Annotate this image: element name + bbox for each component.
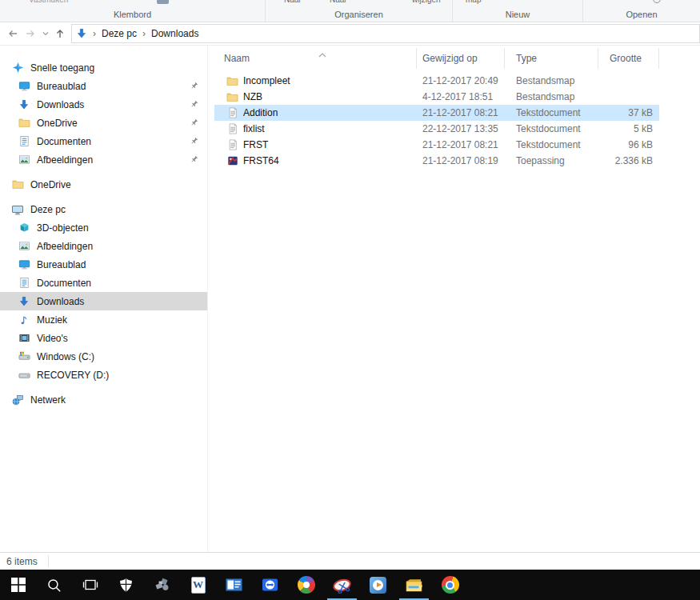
address-bar[interactable]: › Deze pc › Downloads [71,24,700,43]
taskbar: W [0,570,700,600]
file-row-fixlist[interactable]: fixlist 22-12-2017 13:35 Tekstdocument 5… [214,121,659,137]
column-header-type[interactable]: Type [505,48,598,69]
sidebar-item-recovery-d[interactable]: RECOVERY (D:) [0,366,207,384]
downloads-icon [18,295,30,308]
application-icon [226,155,238,167]
pictures-icon [18,154,30,166]
network-icon [11,394,24,406]
sidebar-item-afbeeldingen-qa[interactable]: Afbeeldingen [0,150,207,169]
snipping-tool-button[interactable] [324,570,360,600]
sidebar-item-deze-pc[interactable]: Deze pc [0,200,207,218]
folder-icon [226,91,238,103]
taskbar-search-button[interactable] [36,570,72,600]
desktop-icon [18,258,30,271]
ribbon-group-open: Openen [583,0,700,22]
pin-icon [190,100,198,109]
desktop-icon [18,80,30,93]
snipping-tool-icon [331,577,352,593]
windows-defender-button[interactable] [108,570,144,600]
file-size: 2.336 kB [598,153,659,169]
sidebar-item-documenten[interactable]: Documenten [0,274,207,292]
status-separator [48,555,49,567]
breadcrumb-separator: › [93,28,96,39]
rename-button[interactable]: wijzigen [412,0,441,4]
file-type: Tekstdocument [505,121,598,137]
system-tool-button[interactable] [144,570,180,600]
new-folder-button[interactable]: map [466,0,481,4]
teamviewer-icon [262,577,278,593]
file-type: Toepassing [505,153,598,169]
shield-icon [118,578,134,593]
picasa-button[interactable] [288,570,324,600]
sidebar-item-videos[interactable]: Video's [0,329,207,347]
media-player-button[interactable] [360,570,396,600]
column-header-grootte[interactable]: Grootte [598,48,659,69]
sidebar-item-muziek[interactable]: Muziek [0,310,207,329]
ribbon-group-label: Nieuw [506,10,530,19]
text-file-icon [226,107,238,119]
teamviewer-button[interactable] [252,570,288,600]
sidebar-item-netwerk[interactable]: Netwerk [0,390,207,409]
pictures-icon [18,240,30,253]
folder-icon [11,178,24,191]
pin-icon [190,118,198,127]
move-to-button[interactable]: Naar [284,0,302,4]
sidebar-item-documenten-qa[interactable]: Documenten [0,132,207,150]
chrome-icon [442,576,459,594]
file-rows: Incompleet 21-12-2017 20:49 Bestandsmap … [208,73,700,169]
forward-button[interactable] [22,24,39,43]
file-modified: 4-12-2017 18:51 [417,89,505,105]
file-row-frst[interactable]: FRST 21-12-2017 08:21 Tekstdocument 96 k… [214,137,659,153]
copy-to-button[interactable]: Naar [330,0,347,4]
sidebar-item-3d-objecten[interactable]: 3D-objecten [0,218,207,237]
file-size: 37 kB [598,105,659,121]
file-row-frst64[interactable]: FRST64 21-12-2017 08:19 Toepassing 2.336… [214,153,659,169]
word-icon: W [191,577,206,594]
sidebar-item-downloads[interactable]: Downloads [0,292,207,310]
file-size [598,73,659,89]
recent-locations-dropdown[interactable] [39,24,51,43]
pin-to-quick-access-button[interactable]: Vastmaken [29,0,68,4]
breadcrumb-this-pc[interactable]: Deze pc [102,28,137,39]
ribbon: Klembord Organiseren Nieuw Openen Vastma… [0,0,700,22]
file-type: Bestandsmap [505,73,598,89]
sidebar-item-onedrive-qa[interactable]: OneDrive [0,114,207,132]
start-button[interactable] [0,570,36,600]
ribbon-group-label: Organiseren [334,10,383,19]
paste-icon[interactable] [157,0,169,4]
cube-icon [18,222,30,234]
navigation-pane: Snelle toegang Bureaublad Downloads OneD… [0,46,208,552]
drive-icon [18,369,30,382]
system-tool-icon [154,577,170,593]
breadcrumb-downloads[interactable]: Downloads [151,28,198,39]
sidebar-item-windows-c[interactable]: Windows (C:) [0,347,207,366]
sidebar-item-onedrive[interactable]: OneDrive [0,175,207,194]
task-view-button[interactable] [72,570,108,600]
folder-icon [226,75,238,87]
file-row-incompleet[interactable]: Incompleet 21-12-2017 20:49 Bestandsmap [214,73,659,89]
file-explorer-button[interactable] [396,570,432,600]
video-icon [18,332,30,345]
mail-panel-button[interactable] [216,570,252,600]
column-header-naam[interactable]: Naam [214,48,417,69]
media-player-icon [370,577,386,594]
sidebar-item-downloads-qa[interactable]: Downloads [0,95,207,114]
ribbon-group-label: Openen [626,10,657,19]
column-header-gewijzigd-op[interactable]: Gewijzigd op [417,48,505,69]
file-row-nzb[interactable]: NZB 4-12-2017 18:51 Bestandsmap [214,89,659,105]
chrome-button[interactable] [432,570,468,600]
up-button[interactable] [51,24,69,43]
pin-icon [190,137,198,146]
file-modified: 21-12-2017 08:21 [417,137,505,153]
back-button[interactable] [4,24,22,43]
file-type: Tekstdocument [505,105,598,121]
sidebar-item-afbeeldingen[interactable]: Afbeeldingen [0,237,207,255]
sidebar-item-bureaublad[interactable]: Bureaublad [0,77,207,95]
text-file-icon [226,139,238,151]
word-button[interactable]: W [180,570,216,600]
sidebar-item-quick-access[interactable]: Snelle toegang [0,58,207,77]
file-explorer-window: Klembord Organiseren Nieuw Openen Vastma… [0,0,700,600]
file-row-addition[interactable]: Addition 21-12-2017 08:21 Tekstdocument … [214,105,659,121]
ribbon-group-label: Klembord [114,10,151,19]
sidebar-item-bureaublad-pc[interactable]: Bureaublad [0,255,207,274]
